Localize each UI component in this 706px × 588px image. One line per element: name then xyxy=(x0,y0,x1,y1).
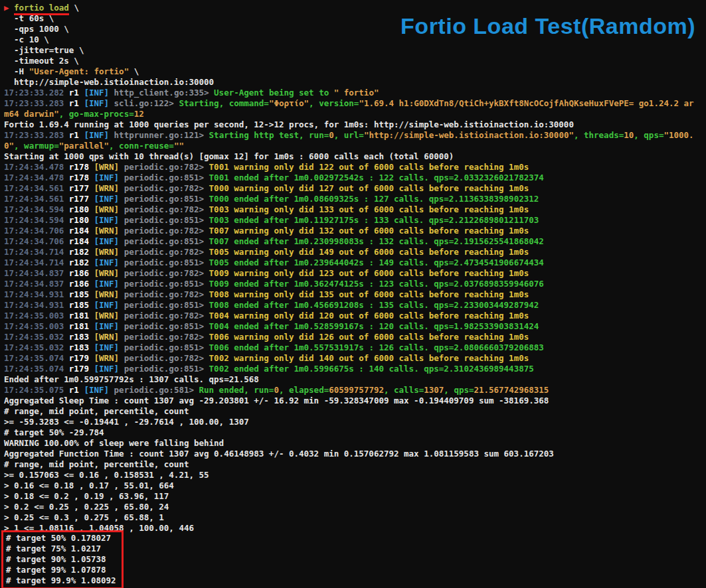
timestamp: 17:24:34.594 xyxy=(4,215,69,225)
log-level-warning-badge: [WRN] xyxy=(94,226,124,236)
terminal-text: > 0.18 <= 0.2 , 0.19 , 63.96, 117 xyxy=(4,491,169,501)
timestamp: 17:24:34.561 xyxy=(4,194,69,204)
terminal-text: > 0.2 <= 0.25 , 0.225 , 65.80, 24 xyxy=(4,502,169,512)
terminal-text: -qps 1000 \ xyxy=(4,24,69,34)
terminal-line: Fortio 1.69.4 running at 1000 queries pe… xyxy=(4,119,706,130)
log-message-warning: T005 warning only did 149 out of 6000 ca… xyxy=(209,247,529,257)
log-message-success: T002 ended after 1m0.5996675s : 140 call… xyxy=(209,364,534,374)
log-level-warning-badge: [WRN] xyxy=(94,332,124,342)
log-level-info-badge: [INF] xyxy=(94,173,124,183)
log-level-warning-badge: [WRN] xyxy=(94,311,124,321)
log-level-info-badge: [INF] xyxy=(84,130,114,140)
log-message-success: , qps= xyxy=(444,385,474,395)
title-annotation: Fortio Load Test(Ramdom) xyxy=(400,13,695,39)
terminal-line: > 0.25 <= 0.3 , 0.275 , 65.88, 1 xyxy=(4,512,706,523)
terminal-text: > 0.25 <= 0.3 , 0.275 , 65.88, 1 xyxy=(4,512,164,522)
terminal-line: 17:24:35.075 r1 [INF] periodic.go:581> R… xyxy=(4,385,706,396)
source-location: periodic.go:782> xyxy=(124,183,209,193)
string-value: "1000. xyxy=(663,130,693,140)
source-location: periodic.go:851> xyxy=(124,300,209,310)
source-location: periodic.go:851> xyxy=(124,257,209,267)
terminal-window: { "palette": { "background": "#0d0d0d", … xyxy=(0,0,706,588)
thread-id: r177 xyxy=(69,183,94,193)
log-level-info-badge: [INF] xyxy=(94,300,124,310)
annotation-highlight-box: # target 50% 0.178027# target 75% 1.0217… xyxy=(1,530,124,588)
terminal-text: # range, mid point, percentile, count xyxy=(4,459,189,469)
terminal-line: 17:24:34.837 r186 [WRN] periodic.go:782>… xyxy=(4,268,706,279)
source-location: periodic.go:782> xyxy=(124,247,209,257)
log-message-success: Run ended, run= xyxy=(199,385,274,395)
source-location: periodic.go:851> xyxy=(124,342,209,352)
terminal-line: 17:24:34.478 r178 [WRN] periodic.go:782>… xyxy=(4,162,706,173)
terminal-line: # target 50% -29.784 xyxy=(4,427,706,438)
terminal-text: > 0.16 <= 0.18 , 0.17 , 55.01, 664 xyxy=(4,480,174,490)
source-location: periodic.go:581> xyxy=(114,385,199,395)
terminal-line: # range, mid point, percentile, count xyxy=(4,459,706,470)
string-value: "parallel" xyxy=(59,141,109,151)
source-location: http_client.go:335> xyxy=(114,88,215,98)
log-message-success: T001 ended after 1m0.002972542s : 122 ca… xyxy=(209,173,544,183)
thread-id: r182 xyxy=(69,247,94,257)
source-location: periodic.go:782> xyxy=(124,204,209,214)
timestamp: 17:24:34.478 xyxy=(4,162,69,172)
terminal-line: 17:24:35.074 r179 [INF] periodic.go:851>… xyxy=(4,364,706,374)
log-message-success: T003 ended after 1m0.11927175s : 133 cal… xyxy=(209,215,539,225)
string-value: 0" xyxy=(4,141,14,151)
log-level-info-badge: [INF] xyxy=(84,88,114,98)
terminal-line: # target 99% 1.07878 xyxy=(6,565,116,575)
timestamp: 17:23:33.283 xyxy=(4,130,69,140)
source-location: periodic.go:851> xyxy=(124,173,209,183)
log-message-success: , version= xyxy=(309,98,359,108)
terminal-text: \ xyxy=(69,3,79,13)
log-message-success: , go-max-procs= xyxy=(59,109,134,119)
log-level-info-badge: [INF] xyxy=(94,279,124,289)
timestamp: 17:24:34.931 xyxy=(4,289,69,299)
terminal-line: http://simple-web.istioinaction.io:30000 xyxy=(4,77,706,88)
terminal-line: 17:24:35.032 r183 [INF] periodic.go:851>… xyxy=(4,342,706,353)
log-message-success: T006 ended after 1m0.557531917s : 126 ca… xyxy=(209,342,544,352)
source-location: periodic.go:851> xyxy=(124,279,209,289)
timestamp: 17:24:34.837 xyxy=(4,268,69,278)
timestamp: 17:24:34.931 xyxy=(4,300,69,310)
log-level-warning-badge: [WRN] xyxy=(94,268,124,278)
terminal-line: 17:24:34.706 r184 [WRN] periodic.go:782>… xyxy=(4,226,706,236)
log-message-success: Starting http test, run= xyxy=(209,130,329,140)
log-message-warning: T004 warning only did 120 out of 6000 ca… xyxy=(209,311,529,321)
terminal-text: -c 10 \ xyxy=(4,35,49,44)
string-value: "Φορτίο" xyxy=(269,98,309,108)
terminal-line: # target 99.9% 1.08092 xyxy=(6,575,116,586)
thread-id: r1 xyxy=(69,98,84,108)
terminal-line: 17:24:34.561 r177 [WRN] periodic.go:782>… xyxy=(4,183,706,194)
timestamp: 17:23:33.283 xyxy=(4,98,69,108)
terminal-line: 17:24:34.594 r180 [INF] periodic.go:851>… xyxy=(4,215,706,226)
timestamp: 17:24:34.706 xyxy=(4,236,69,246)
string-value: "http://simple-web.istioinaction.io:3000… xyxy=(364,130,574,140)
terminal-line: # target 50% 0.178027 xyxy=(6,533,116,544)
thread-id: r183 xyxy=(69,342,94,352)
terminal-line: 17:24:34.714 r182 [INF] periodic.go:851>… xyxy=(4,257,706,268)
thread-id: r181 xyxy=(69,321,94,331)
log-message-warning: T002 warning only did 140 out of 6000 ca… xyxy=(209,353,529,363)
terminal-text: WARNING 100.00% of sleep were falling be… xyxy=(4,438,224,448)
log-message-success: T004 ended after 1m0.528599167s : 120 ca… xyxy=(209,321,539,331)
terminal-text: >= 0.157063 <= 0.16 , 0.158531 , 4.21, 5… xyxy=(4,470,209,480)
terminal-line: 17:24:34.714 r182 [WRN] periodic.go:782>… xyxy=(4,247,706,257)
log-level-warning-badge: [WRN] xyxy=(94,353,124,363)
source-location: scli.go:122> xyxy=(114,98,179,108)
source-location: periodic.go:782> xyxy=(124,353,209,363)
terminal-line: > 0.2 <= 0.25 , 0.225 , 65.80, 24 xyxy=(4,502,706,512)
terminal-text: # target 99.9% 1.08092 xyxy=(6,575,116,585)
terminal-text: Starting at 1000 qps with 10 thread(s) [… xyxy=(4,151,454,161)
terminal-line: # range, mid point, percentile, count xyxy=(4,406,706,417)
terminal-line: 17:23:33.283 r1 [INF] scli.go:122> Start… xyxy=(4,98,706,109)
log-level-info-badge: [INF] xyxy=(94,342,124,352)
terminal-text: Aggregated Sleep Time : count 1307 avg -… xyxy=(4,396,549,405)
terminal-line: 17:24:34.837 r186 [INF] periodic.go:851>… xyxy=(4,279,706,289)
thread-id: r186 xyxy=(69,279,94,289)
thread-id: r1 xyxy=(69,385,84,395)
thread-id: r180 xyxy=(69,204,94,214)
string-value: 60599757792 xyxy=(329,385,384,395)
terminal-line: # target 75% 1.0217 xyxy=(6,544,116,554)
log-message-success: , calls= xyxy=(384,385,424,395)
log-level-warning-badge: [WRN] xyxy=(94,162,124,172)
